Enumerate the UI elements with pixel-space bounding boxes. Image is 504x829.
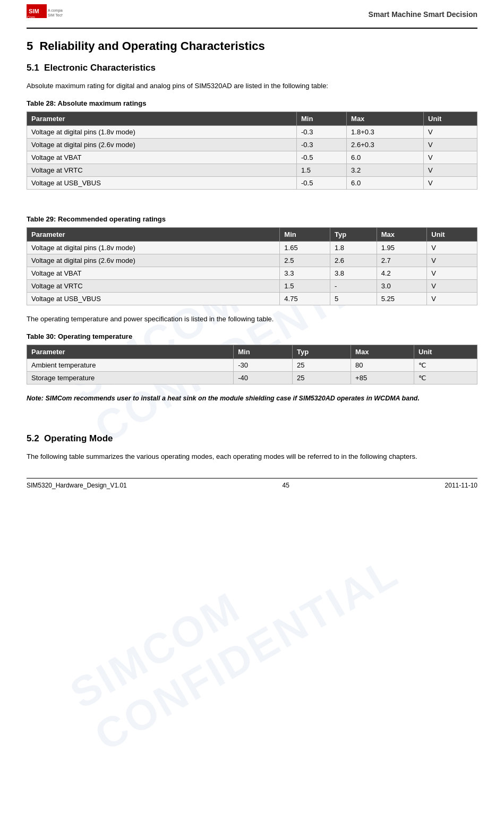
logo: SIM Com A company of SIM Tech [27,4,63,24]
table30-caption: Table 30: Operating temperature [27,332,477,340]
table28-col-parameter: Parameter [27,112,297,125]
table29: Parameter Min Typ Max Unit Voltage at di… [27,227,477,305]
table28-col-max: Max [347,112,424,125]
table-row: Voltage at VRTC1.53.2V [27,164,477,176]
table29-col-parameter: Parameter [27,227,280,241]
table-row: Voltage at VBAT3.33.84.2V [27,267,477,279]
table29-caption: Table 29: Recommended operating ratings [27,215,477,223]
table29-col-min: Min [280,227,330,241]
watermark2: SIMCOMCONFIDENTIAL [62,505,407,760]
para1: Absolute maximum rating for digital and … [27,81,477,92]
table-row: Voltage at VBAT-0.56.0V [27,151,477,164]
table29-col-unit: Unit [427,227,477,241]
table-row: Voltage at digital pins (2.6v mode)2.52.… [27,254,477,267]
table29-col-typ: Typ [330,227,377,241]
para2: The operating temperature and power spec… [27,314,477,325]
page-footer: SIM5320_Hardware_Design_V1.01 45 2011-11… [27,478,477,489]
table29-col-max: Max [377,227,427,241]
header-title: Smart Machine Smart Decision [369,10,477,19]
para3: The following table summarizes the vario… [27,451,477,463]
table30-col-max: Max [351,345,414,358]
simcom-logo-icon: SIM Com A company of SIM Tech [27,4,63,24]
table-row: Voltage at digital pins (1.8v mode)-0.31… [27,125,477,138]
footer-left: SIM5320_Hardware_Design_V1.01 [27,482,127,489]
table28-col-min: Min [297,112,347,125]
table-row: Voltage at USB_VBUS-0.56.0V [27,176,477,189]
page-header: SIM Com A company of SIM Tech Smart Mach… [27,0,477,29]
table-row: Voltage at VRTC1.5-3.0V [27,279,477,292]
table-row: Storage temperature-4025+85℃ [27,371,477,384]
table-row: Voltage at USB_VBUS4.7555.25V [27,292,477,305]
table-row: Voltage at digital pins (2.6v mode)-0.32… [27,138,477,151]
table30-col-parameter: Parameter [27,345,234,358]
table-row: Voltage at digital pins (1.8v mode)1.651… [27,241,477,254]
footer-date: 2011-11-10 [445,482,477,489]
table28-caption: Table 28: Absolute maximum ratings [27,99,477,107]
table30-col-unit: Unit [414,345,477,358]
svg-text:A company of: A company of [48,8,63,13]
svg-text:SIM: SIM [29,8,39,14]
note-text: Note: SIMCom recommends user to install … [27,393,477,404]
table28-col-unit: Unit [424,112,477,125]
section5-1-heading: 5.1 Electronic Characteristics [27,63,477,73]
table30-col-typ: Typ [293,345,351,358]
svg-text:SIM Tech: SIM Tech [48,13,63,17]
table30: Parameter Min Typ Max Unit Ambient tempe… [27,345,477,384]
footer-page-number: 45 [283,482,289,489]
section5-heading: 5 Reliability and Operating Characterist… [27,39,477,53]
svg-text:Com: Com [27,15,35,19]
table30-col-min: Min [234,345,293,358]
section5-2-heading: 5.2 Operating Mode [27,433,477,444]
table28: Parameter Min Max Unit Voltage at digita… [27,112,477,190]
table-row: Ambient temperature-302580℃ [27,358,477,371]
